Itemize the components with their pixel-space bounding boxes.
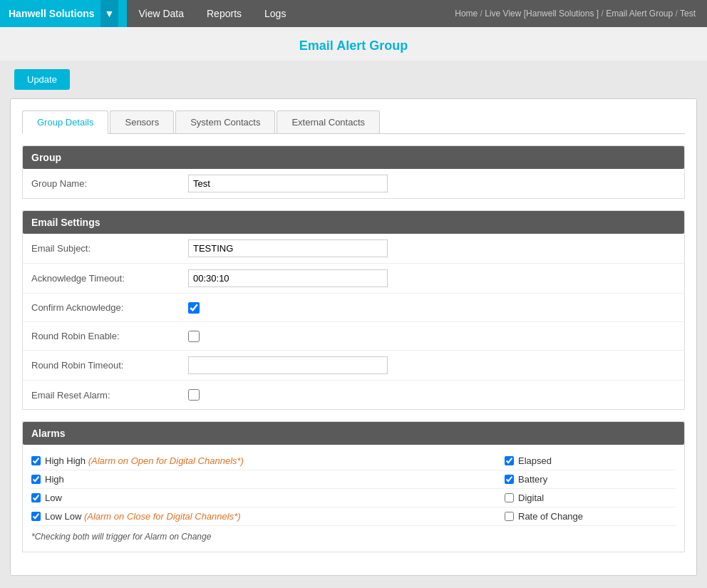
alarm-row-low: Low Digital: [31, 489, 676, 507]
alarm-rateofchange-checkbox[interactable]: [505, 512, 514, 521]
alarm-high-checkbox[interactable]: [31, 475, 41, 484]
group-name-input[interactable]: [188, 175, 388, 192]
alarm-high-label: High: [45, 474, 64, 485]
alarm-digital-label: Digital: [518, 492, 544, 503]
action-bar: Update: [0, 61, 707, 98]
nav-logs[interactable]: Logs: [253, 0, 297, 27]
breadcrumb: Home / Live View [Hanwell Solutions ] / …: [455, 9, 707, 19]
alarm-elapsed-label: Elapsed: [518, 455, 552, 466]
tab-sensors[interactable]: Sensors: [110, 110, 174, 133]
email-settings-section: Email Settings Email Subject: Acknowledg…: [22, 210, 685, 410]
tab-external-contacts[interactable]: External Contacts: [277, 110, 380, 133]
tab-system-contacts[interactable]: System Contacts: [175, 110, 275, 133]
alarm-right-digital: Digital: [505, 492, 676, 503]
page-content: Email Alert Group Update Group Details S…: [0, 27, 707, 576]
alarm-highhigh-checkbox[interactable]: [31, 456, 41, 465]
group-header: Group: [23, 146, 684, 169]
breadcrumb-emailalertgroup[interactable]: Email Alert Group: [606, 9, 673, 19]
acknowledge-timeout-label: Acknowledge Timeout:: [31, 273, 188, 284]
group-name-label: Group Name:: [31, 178, 188, 189]
confirm-acknowledge-row: Confirm Acknowledge:: [23, 294, 684, 322]
alarm-battery-checkbox[interactable]: [505, 475, 514, 484]
nav-links: View Data Reports Logs: [127, 0, 297, 27]
alarm-rateofchange-label: Rate of Change: [518, 511, 583, 522]
tab-group-details[interactable]: Group Details: [22, 110, 108, 134]
page-title-bar: Email Alert Group: [0, 27, 707, 61]
group-name-row: Group Name:: [23, 169, 684, 198]
alarm-left-high: High: [31, 474, 505, 485]
group-section: Group Group Name:: [22, 145, 685, 199]
alarm-note: *Checking both will trigger for Alarm on…: [31, 526, 676, 545]
round-robin-enable-checkbox[interactable]: [188, 331, 200, 342]
alarm-left-low: Low: [31, 492, 505, 503]
email-subject-label: Email Subject:: [31, 243, 188, 254]
main-card: Group Details Sensors System Contacts Ex…: [10, 98, 697, 576]
nav-reports[interactable]: Reports: [195, 0, 253, 27]
brand[interactable]: Hanwell Solutions ▼: [0, 0, 127, 27]
alarm-row-highhigh: High High (Alarm on Open for Digital Cha…: [31, 452, 676, 470]
alarms-header: Alarms: [23, 422, 684, 445]
round-robin-enable-row: Round Robin Enable:: [23, 322, 684, 351]
alarm-low-label: Low: [45, 492, 62, 503]
round-robin-timeout-row: Round Robin Timeout:: [23, 351, 684, 381]
confirm-acknowledge-checkbox[interactable]: [188, 302, 200, 314]
round-robin-enable-label: Round Robin Enable:: [31, 331, 188, 341]
breadcrumb-liveview[interactable]: Live View [Hanwell Solutions ]: [485, 9, 599, 19]
confirm-acknowledge-label: Confirm Acknowledge:: [31, 302, 188, 313]
update-button[interactable]: Update: [14, 69, 70, 90]
email-reset-alarm-checkbox[interactable]: [188, 389, 200, 401]
email-reset-alarm-label: Email Reset Alarm:: [31, 390, 188, 401]
alarms-section: Alarms High High (Alarm on Open for Digi…: [22, 421, 685, 552]
alarm-right-elapsed: Elapsed: [505, 455, 676, 466]
alarm-lowlow-checkbox[interactable]: [31, 512, 41, 521]
alarm-digital-checkbox[interactable]: [505, 493, 514, 502]
tabs: Group Details Sensors System Contacts Ex…: [22, 110, 685, 134]
alarm-row-high: High Battery: [31, 470, 676, 489]
alarm-low-checkbox[interactable]: [31, 493, 41, 502]
alarm-right-rateofchange: Rate of Change: [505, 511, 676, 522]
brand-label: Hanwell Solutions: [9, 8, 95, 19]
page-title: Email Alert Group: [0, 38, 707, 53]
breadcrumb-home[interactable]: Home: [455, 9, 478, 19]
alarm-left-highhigh: High High (Alarm on Open for Digital Cha…: [31, 455, 505, 466]
brand-dropdown[interactable]: ▼: [100, 0, 119, 27]
alarm-highhigh-label: High High (Alarm on Open for Digital Cha…: [45, 455, 244, 466]
breadcrumb-test[interactable]: Test: [680, 9, 696, 19]
alarms-grid: High High (Alarm on Open for Digital Cha…: [23, 445, 684, 552]
round-robin-timeout-label: Round Robin Timeout:: [31, 360, 188, 371]
round-robin-timeout-input[interactable]: [188, 356, 388, 374]
alarm-right-battery: Battery: [505, 474, 676, 485]
nav-view-data[interactable]: View Data: [127, 0, 195, 27]
alarm-elapsed-checkbox[interactable]: [505, 456, 514, 465]
acknowledge-timeout-input[interactable]: [188, 269, 388, 287]
alarm-left-lowlow: Low Low (Alarm on Close for Digital Chan…: [31, 511, 505, 522]
email-subject-input[interactable]: [188, 239, 388, 257]
alarm-battery-label: Battery: [518, 474, 547, 485]
acknowledge-timeout-row: Acknowledge Timeout:: [23, 264, 684, 294]
alarm-row-lowlow: Low Low (Alarm on Close for Digital Chan…: [31, 507, 676, 526]
email-settings-header: Email Settings: [23, 211, 684, 234]
navbar: Hanwell Solutions ▼ View Data Reports Lo…: [0, 0, 707, 27]
email-subject-row: Email Subject:: [23, 234, 684, 264]
alarm-lowlow-label: Low Low (Alarm on Close for Digital Chan…: [45, 511, 241, 522]
email-reset-alarm-row: Email Reset Alarm:: [23, 381, 684, 409]
